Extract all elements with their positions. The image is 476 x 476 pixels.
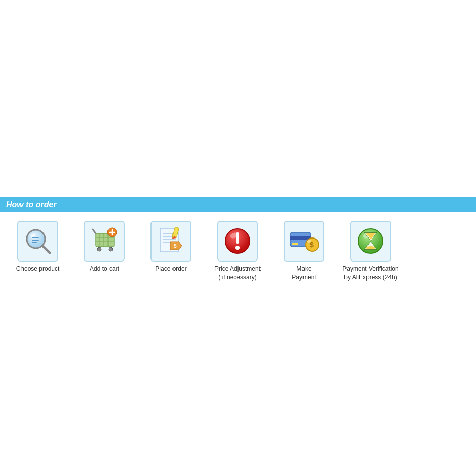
- svg-point-12: [97, 247, 101, 251]
- svg-point-40: [366, 246, 375, 249]
- step-payment-verification: Payment Verificationby AliExpress (24h): [340, 221, 401, 282]
- place-order-label: Place order: [155, 265, 186, 273]
- step-add-to-cart: Add to cart: [74, 221, 135, 273]
- payment-verification-label: Payment Verificationby AliExpress (24h): [342, 265, 398, 282]
- svg-text:$: $: [174, 243, 177, 249]
- add-to-cart-label: Add to cart: [90, 265, 119, 273]
- svg-rect-28: [236, 232, 239, 244]
- cart-icon: [89, 226, 120, 256]
- payment-icon: $: [288, 226, 320, 256]
- price-icon: [223, 226, 252, 256]
- section-header: How to order: [0, 197, 476, 212]
- place-order-icon-wrapper: $: [150, 221, 191, 262]
- step-choose-product: Choose product: [7, 221, 69, 273]
- step-make-payment: $ MakePayment: [273, 221, 335, 282]
- svg-line-1: [42, 246, 50, 253]
- choose-product-icon-wrapper: [17, 221, 58, 262]
- price-adjustment-icon-wrapper: [217, 221, 258, 262]
- search-icon: [23, 226, 53, 256]
- choose-product-label: Choose product: [16, 265, 60, 273]
- top-space: [0, 0, 476, 197]
- svg-point-29: [235, 246, 240, 250]
- svg-text:$: $: [310, 241, 314, 249]
- step-place-order: $ Place order: [140, 221, 202, 273]
- make-payment-icon-wrapper: $: [284, 221, 324, 262]
- svg-point-13: [109, 247, 113, 251]
- add-to-cart-icon-wrapper: [84, 221, 125, 262]
- section-title: How to order: [6, 200, 57, 209]
- step-price-adjustment: Price Adjustment( if necessary): [207, 221, 268, 282]
- order-icon: $: [156, 226, 186, 256]
- steps-container: Choose product: [0, 221, 476, 282]
- verify-icon: [356, 226, 385, 256]
- make-payment-label: MakePayment: [292, 265, 316, 282]
- price-adjustment-label: Price Adjustment( if necessary): [214, 265, 261, 282]
- svg-rect-32: [292, 243, 298, 245]
- payment-verification-icon-wrapper: [350, 221, 391, 262]
